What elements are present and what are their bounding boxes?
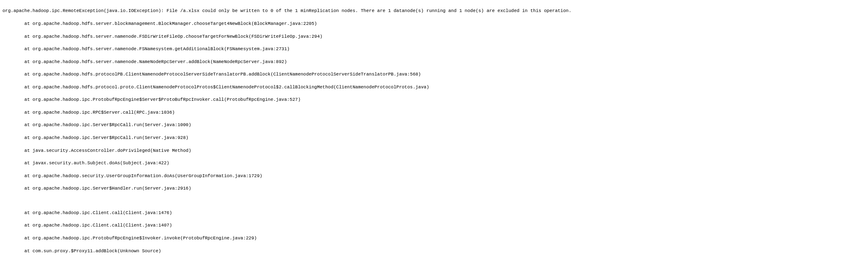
stack-trace-line (2, 198, 866, 204)
stack-trace-line: at org.apache.hadoop.hdfs.server.namenod… (2, 34, 866, 40)
stack-trace-line: at com.sun.proxy.$Proxy11.addBlock(Unkno… (2, 248, 866, 254)
stack-trace-line: at org.apache.hadoop.ipc.Server$Handler.… (2, 185, 866, 192)
stack-trace-line: at org.apache.hadoop.ipc.Client.call(Cli… (2, 222, 866, 229)
stack-trace-line (2, 204, 866, 210)
stack-trace-line: at org.apache.hadoop.hdfs.server.namenod… (2, 59, 866, 65)
stack-trace-line: at org.apache.hadoop.hdfs.protocol.proto… (2, 84, 866, 90)
stack-trace-line: at org.apache.hadoop.ipc.ProtobufRpcEngi… (2, 235, 866, 241)
stack-trace-line: at javax.security.auth.Subject.doAs(Subj… (2, 160, 866, 166)
stack-trace-line: at org.apache.hadoop.ipc.Server$RpcCall.… (2, 135, 866, 141)
stack-trace-line: at org.apache.hadoop.hdfs.server.namenod… (2, 46, 866, 52)
stack-trace-line: at org.apache.hadoop.ipc.Client.call(Cli… (2, 210, 866, 216)
stack-trace-container: org.apache.hadoop.ipc.RemoteException(ja… (0, 0, 868, 256)
stack-trace-line: at org.apache.hadoop.hdfs.server.blockma… (2, 21, 866, 27)
stack-trace-line: at org.apache.hadoop.security.UserGroupI… (2, 173, 866, 179)
stack-trace-line: at org.apache.hadoop.hdfs.protocolPB.Cli… (2, 71, 866, 78)
stack-trace-line: at org.apache.hadoop.ipc.RPC$Server.call… (2, 110, 866, 116)
stack-trace-line: at org.apache.hadoop.ipc.Server$RpcCall.… (2, 122, 866, 128)
stack-trace-line: at org.apache.hadoop.ipc.ProtobufRpcEngi… (2, 97, 866, 103)
stack-trace-line: org.apache.hadoop.ipc.RemoteException(ja… (2, 8, 866, 14)
stack-trace-line: at java.security.AccessController.doPriv… (2, 148, 866, 154)
